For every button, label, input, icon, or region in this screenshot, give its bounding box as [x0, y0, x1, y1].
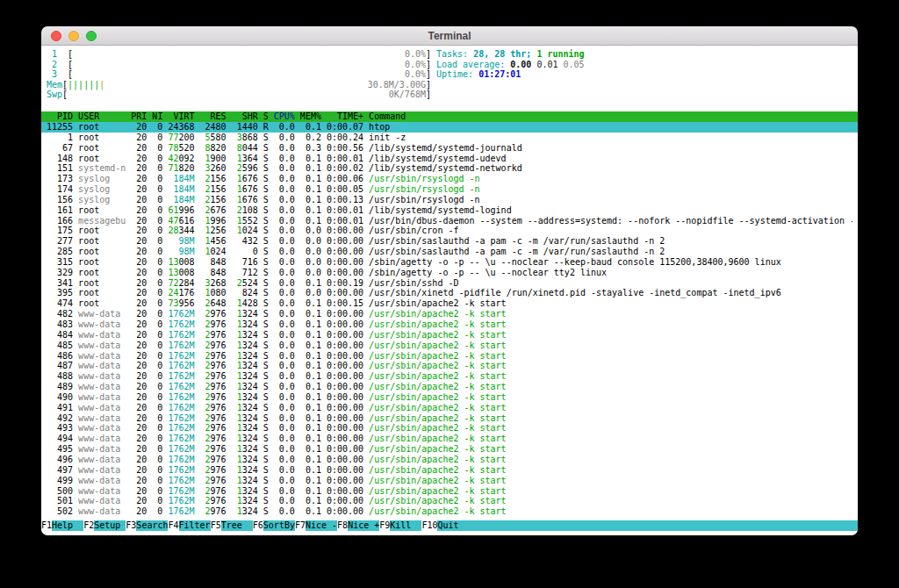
fn-button-sortby[interactable]: F6SortBy — [253, 520, 295, 531]
process-row[interactable]: 474root2007395626481428S0.00.10:00.15/us… — [41, 298, 858, 309]
process-row[interactable]: 329root20013008848712S0.00.00:00.00/sbin… — [41, 268, 858, 278]
cpu3-value: 0.0% — [405, 69, 426, 80]
process-row[interactable]: 502www-data2001762M29761324S0.00.10:00.0… — [41, 506, 858, 517]
cell-pid: 474 — [47, 298, 73, 309]
value-megabyte-digits: 1 — [237, 392, 242, 402]
value-megabyte-digits: 1 — [205, 236, 211, 246]
cell-mem: 0.1 — [300, 341, 321, 351]
column-header-res[interactable]: RES — [200, 111, 227, 122]
column-header-s[interactable]: S — [263, 111, 269, 122]
cell-res: 2976 — [200, 413, 227, 424]
process-row[interactable]: 341root2007228432682524S0.00.10:00.19/us… — [41, 278, 858, 289]
cell-mem: 0.1 — [300, 278, 321, 289]
process-row[interactable]: 285root20098M10240S0.00.00:00.00/usr/sbi… — [41, 247, 858, 257]
process-row[interactable]: 482www-data2001762M29761324S0.00.10:00.0… — [41, 309, 858, 319]
fn-button-filter[interactable]: F4Filter — [168, 520, 210, 531]
fn-button-quit[interactable]: F10Quit — [421, 520, 469, 531]
cell-s: S — [263, 154, 269, 164]
value-megabyte-digits: 47 — [168, 216, 178, 226]
column-header-cmd[interactable]: Command — [369, 111, 852, 122]
cell-pid: 501 — [47, 496, 73, 506]
fn-action-label: Quit — [437, 520, 469, 531]
minimize-button[interactable] — [68, 31, 79, 41]
cell-cpu: 0.0 — [274, 278, 295, 289]
column-header-time[interactable]: TIME+ — [327, 111, 363, 122]
cell-ni: 0 — [152, 330, 162, 341]
cell-cpu: 0.0 — [274, 403, 295, 413]
fn-button-kill[interactable]: F9Kill — [379, 520, 421, 531]
cell-user: www-data — [78, 496, 126, 506]
value-megabyte-digits: 1 — [205, 216, 211, 226]
column-header-user[interactable]: USER — [78, 111, 126, 122]
fn-button-nice-[interactable]: F8Nice + — [337, 520, 379, 531]
value-megabyte-digits: 2 — [205, 361, 211, 370]
process-row[interactable]: 175root2002834412561024S0.00.00:00.00/us… — [41, 226, 858, 236]
cell-ni: 0 — [152, 226, 162, 236]
process-row-selected[interactable]: 11255root2002436824801440R0.00.10:00.07h… — [41, 122, 858, 133]
process-row[interactable]: 166messagebu2004761619961552S0.00.10:00.… — [41, 216, 858, 226]
cell-time: 0:00.00 — [327, 476, 363, 486]
column-header-cpu[interactable]: CPU% — [274, 111, 295, 122]
process-row[interactable]: 67root2007852088208044S0.00.30:00.56/lib… — [41, 143, 858, 154]
zoom-button[interactable] — [86, 31, 97, 41]
cell-user: root — [78, 122, 126, 133]
cell-time: 0:00.01 — [327, 154, 363, 164]
process-row[interactable]: 315root20013008848716S0.00.00:00.00/sbin… — [41, 257, 858, 268]
fn-button-help[interactable]: F1Help — [41, 520, 83, 531]
process-row[interactable]: 500www-data2001762M29761324S0.00.10:00.0… — [41, 486, 858, 497]
cell-shr: 712 — [232, 268, 258, 278]
cell-shr: 716 — [232, 257, 258, 268]
column-header-ni[interactable]: NI — [152, 111, 162, 122]
fn-key-label: F10 — [421, 520, 437, 531]
cell-shr: 1024 — [232, 226, 258, 236]
process-row[interactable]: 173syslog200184M21561676S0.00.10:00.06/u… — [41, 174, 858, 184]
cell-cpu: 0.0 — [274, 351, 295, 362]
process-row[interactable]: 483www-data2001762M29761324S0.00.10:00.0… — [41, 319, 858, 330]
close-button[interactable] — [51, 31, 61, 41]
cell-cmd: /usr/sbin/apache2 -k start — [369, 434, 852, 444]
fn-key-label: F2 — [83, 520, 94, 531]
column-header-shr[interactable]: SHR — [232, 111, 258, 122]
fn-button-setup[interactable]: F2Setup — [83, 520, 126, 531]
process-row[interactable]: 497www-data2001762M29761324S0.00.10:00.0… — [41, 465, 858, 476]
process-row[interactable]: 487www-data2001762M29761324S0.00.10:00.0… — [41, 361, 858, 371]
fn-key-label: F6 — [253, 520, 263, 531]
column-header-mem[interactable]: MEM% — [300, 111, 321, 122]
cell-cmd: /usr/sbin/apache2 -k start — [369, 371, 852, 382]
process-row[interactable]: 492www-data2001762M29761324S0.00.10:00.0… — [41, 413, 858, 424]
column-header-pid[interactable]: PID — [47, 111, 73, 122]
column-header-virt[interactable]: VIRT — [168, 111, 194, 122]
cell-pri: 20 — [131, 341, 147, 351]
process-row[interactable]: 277root20098M1456432S0.00.00:00.00/usr/s… — [41, 236, 858, 247]
fn-button-nice--[interactable]: F7Nice - — [295, 520, 337, 531]
process-row[interactable]: 486www-data2001762M29761324S0.00.10:00.0… — [41, 351, 858, 362]
process-row[interactable]: 501www-data2001762M29761324S0.00.10:00.0… — [41, 496, 858, 506]
cell-shr: 824 — [232, 288, 258, 298]
titlebar[interactable]: Terminal — [41, 26, 858, 46]
column-header-pri[interactable]: PRI — [131, 111, 147, 122]
process-row[interactable]: 488www-data2001762M29761324S0.00.10:00.0… — [41, 371, 858, 382]
process-row[interactable]: 148root2004209219001364S0.00.10:00.01/li… — [41, 154, 858, 164]
process-row[interactable]: 489www-data2001762M29761324S0.00.10:00.0… — [41, 382, 858, 392]
process-row[interactable]: 491www-data2001762M29761324S0.00.10:00.0… — [41, 403, 858, 413]
fn-button-tree[interactable]: F5Tree — [211, 520, 253, 531]
process-row[interactable]: 494www-data2001762M29761324S0.00.10:00.0… — [41, 434, 858, 444]
process-row[interactable]: 395root200241761080824S0.00.00:00.00/usr… — [41, 288, 858, 298]
process-row[interactable]: 490www-data2001762M29761324S0.00.10:00.0… — [41, 392, 858, 403]
process-row[interactable]: 174syslog200184M21561676S0.00.10:00.05/u… — [41, 184, 858, 195]
process-row[interactable]: 499www-data2001762M29761324S0.00.10:00.0… — [41, 476, 858, 486]
fn-button-search[interactable]: F3Search — [126, 520, 168, 531]
cell-virt: 78520 — [168, 143, 194, 154]
process-row[interactable]: 493www-data2001762M29761324S0.00.10:00.0… — [41, 423, 858, 434]
process-row[interactable]: 156syslog200184M21561676S0.00.10:00.13/u… — [41, 195, 858, 205]
process-row[interactable]: 151systemd-n2007182032602596S0.00.10:00.… — [41, 163, 858, 174]
cell-time: 0:00.00 — [327, 257, 363, 268]
process-row[interactable]: 161root2006199626762108S0.00.10:00.01/li… — [41, 205, 858, 216]
process-row[interactable]: 485www-data2001762M29761324S0.00.10:00.0… — [41, 341, 858, 351]
process-row[interactable]: 496www-data2001762M29761324S0.00.10:00.0… — [41, 455, 858, 465]
cell-cmd: /usr/sbin/apache2 -k start — [369, 382, 852, 392]
cell-mem: 0.1 — [300, 496, 321, 506]
process-row[interactable]: 495www-data2001762M29761324S0.00.10:00.0… — [41, 444, 858, 455]
process-row[interactable]: 1root2007720055803868S0.00.20:00.24init … — [41, 133, 858, 143]
process-row[interactable]: 484www-data2001762M29761324S0.00.10:00.0… — [41, 330, 858, 341]
